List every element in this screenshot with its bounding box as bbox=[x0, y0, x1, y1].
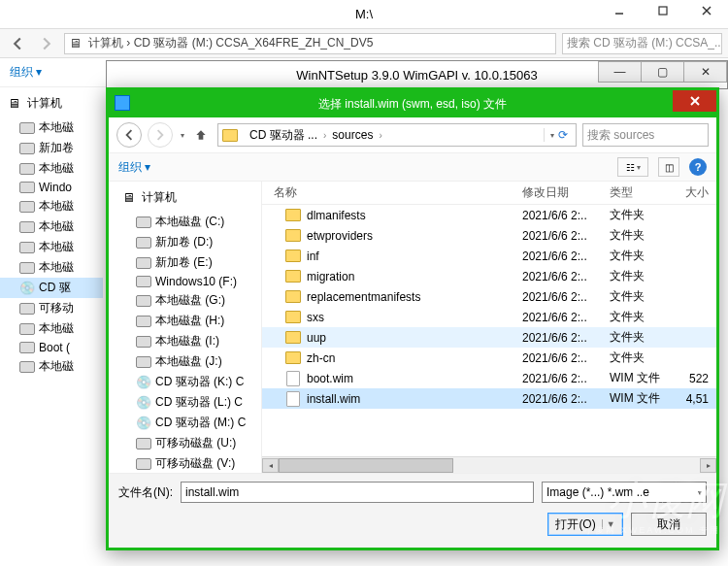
organize-menu[interactable]: 组织 ▾ bbox=[10, 64, 42, 81]
dialog-forward-button[interactable] bbox=[148, 122, 173, 148]
tree-item[interactable]: 本地磁盘 (J:) bbox=[109, 351, 261, 372]
tree-item[interactable]: 本地磁盘 (G:) bbox=[109, 290, 261, 311]
nt-minimize-button[interactable]: — bbox=[598, 61, 642, 83]
tree-item[interactable]: 本地磁 bbox=[0, 356, 103, 377]
history-dropdown-icon[interactable]: ▾ bbox=[181, 131, 184, 140]
minimize-button[interactable] bbox=[597, 0, 641, 21]
horizontal-scrollbar[interactable]: ◂ ▸ bbox=[262, 456, 716, 473]
dialog-title-bar[interactable]: 选择 install.wim (swm, esd, iso) 文件 bbox=[109, 90, 716, 117]
dialog-breadcrumb[interactable]: CD 驱动器 ... › sources › ▾ ⟳ bbox=[217, 123, 577, 147]
tree-item[interactable]: 可移动磁盘 (V:) bbox=[109, 453, 261, 473]
drive-icon bbox=[19, 361, 35, 373]
file-row[interactable]: boot.wim2021/6/6 2:..WIM 文件522 bbox=[262, 368, 716, 388]
forward-button[interactable] bbox=[35, 32, 58, 55]
tree-item[interactable]: 可移动磁盘 (U:) bbox=[109, 433, 261, 453]
dialog-back-button[interactable] bbox=[116, 122, 142, 148]
bg-nav-tree[interactable]: 计算机 本地磁新加卷本地磁Windo本地磁本地磁本地磁本地磁CD 驱可移动本地磁… bbox=[0, 87, 103, 566]
open-button[interactable]: 打开(O) ▼ bbox=[547, 513, 623, 536]
file-row[interactable]: zh-cn2021/6/6 2:..文件夹 bbox=[262, 348, 716, 368]
split-dropdown-icon[interactable]: ▼ bbox=[602, 519, 615, 529]
tree-item[interactable]: Windows10 (F:) bbox=[109, 273, 261, 290]
tree-item[interactable]: 本地磁盘 (H:) bbox=[109, 311, 261, 331]
path-dropdown-icon[interactable]: ▾ bbox=[550, 131, 554, 140]
tree-item-label: 本地磁 bbox=[39, 358, 74, 375]
tree-item[interactable]: CD 驱动器 (M:) C bbox=[109, 413, 261, 433]
col-name[interactable]: 名称 bbox=[262, 184, 522, 201]
help-icon[interactable]: ? bbox=[689, 158, 707, 176]
tree-item[interactable]: CD 驱 bbox=[0, 278, 103, 298]
tree-item[interactable]: 本地磁 bbox=[0, 257, 103, 278]
tree-item[interactable]: 新加卷 (D:) bbox=[109, 232, 261, 252]
col-type[interactable]: 类型 bbox=[610, 184, 678, 201]
dialog-nav-tree[interactable]: 计算机 本地磁盘 (C:)新加卷 (D:)新加卷 (E:)Windows10 (… bbox=[109, 182, 262, 473]
tree-item-label: CD 驱动器 (M:) C bbox=[155, 415, 246, 431]
winntsetup-title-bar[interactable]: WinNTSetup 3.9.0 WimGAPI v. 10.0.15063 —… bbox=[106, 60, 728, 89]
tree-computer-node[interactable]: 计算机 bbox=[0, 93, 103, 117]
column-headers[interactable]: 名称 修改日期 类型 大小 bbox=[262, 182, 716, 205]
organize-menu[interactable]: 组织 ▾ bbox=[118, 159, 150, 176]
cancel-button[interactable]: 取消 bbox=[631, 513, 707, 536]
dialog-search-placeholder: 搜索 sources bbox=[587, 127, 654, 144]
bg-search-input[interactable]: 搜索 CD 驱动器 (M:) CCSA_... bbox=[562, 33, 722, 54]
scroll-left-button[interactable]: ◂ bbox=[262, 458, 279, 473]
file-row[interactable]: etwproviders2021/6/6 2:..文件夹 bbox=[262, 225, 716, 246]
tree-item[interactable]: 本地磁 bbox=[0, 196, 103, 216]
scroll-thumb[interactable] bbox=[279, 458, 453, 473]
drive-icon bbox=[136, 336, 151, 348]
tree-item[interactable]: 可移动 bbox=[0, 298, 103, 318]
tree-item[interactable]: Boot ( bbox=[0, 339, 103, 356]
drive-icon bbox=[19, 221, 35, 233]
bg-breadcrumb[interactable]: 计算机 › CD 驱动器 (M:) CCSA_X64FRE_ZH_CN_DV5 bbox=[64, 33, 556, 54]
file-row[interactable]: inf2021/6/6 2:..文件夹 bbox=[262, 246, 716, 266]
tree-item[interactable]: CD 驱动器 (K:) C bbox=[109, 372, 261, 392]
tree-item[interactable]: 本地磁 bbox=[0, 117, 103, 138]
bg-title-bar[interactable]: M:\ bbox=[0, 0, 728, 29]
file-date: 2021/6/6 2:.. bbox=[522, 392, 610, 406]
tree-item[interactable]: 本地磁盘 (C:) bbox=[109, 212, 261, 232]
dialog-close-button[interactable] bbox=[673, 90, 716, 112]
crumb-cd[interactable]: CD 驱动器 ... bbox=[246, 127, 321, 144]
dialog-search-input[interactable]: 搜索 sources bbox=[582, 123, 709, 147]
tree-item[interactable]: Windo bbox=[0, 179, 103, 196]
nt-close-button[interactable]: ✕ bbox=[683, 61, 727, 83]
file-row[interactable]: uup2021/6/6 2:..文件夹 bbox=[262, 327, 716, 348]
tree-item[interactable]: 本地磁 bbox=[0, 158, 103, 179]
scroll-right-button[interactable]: ▸ bbox=[700, 458, 716, 473]
filename-input[interactable] bbox=[181, 482, 534, 503]
tree-item[interactable]: 新加卷 bbox=[0, 138, 103, 158]
close-button[interactable] bbox=[684, 0, 728, 21]
file-row[interactable]: sxs2021/6/6 2:..文件夹 bbox=[262, 307, 716, 327]
file-row[interactable]: dlmanifests2021/6/6 2:..文件夹 bbox=[262, 205, 716, 225]
tree-item[interactable]: 本地磁 bbox=[0, 237, 103, 257]
col-size[interactable]: 大小 bbox=[678, 184, 716, 201]
tree-item-label: Boot ( bbox=[39, 341, 70, 354]
nt-maximize-button[interactable]: ▢ bbox=[641, 61, 684, 83]
file-type: 文件夹 bbox=[610, 248, 678, 264]
scroll-track[interactable] bbox=[279, 458, 700, 473]
col-date[interactable]: 修改日期 bbox=[522, 184, 610, 201]
preview-pane-button[interactable]: ◫ bbox=[658, 157, 679, 177]
tree-item-label: 本地磁 bbox=[39, 119, 74, 136]
file-row[interactable]: install.wim2021/6/6 2:..WIM 文件4,51 bbox=[262, 388, 716, 409]
file-row[interactable]: replacementmanifests2021/6/6 2:..文件夹 bbox=[262, 286, 716, 307]
tree-item[interactable]: 本地磁 bbox=[0, 216, 103, 237]
tree-item[interactable]: 本地磁 bbox=[0, 318, 103, 339]
back-button[interactable] bbox=[6, 32, 29, 55]
file-date: 2021/6/6 2:.. bbox=[522, 372, 610, 385]
crumb-sources[interactable]: sources bbox=[328, 128, 377, 142]
file-type: WIM 文件 bbox=[610, 390, 678, 407]
tree-item[interactable]: 本地磁盘 (I:) bbox=[109, 331, 261, 351]
tree-item[interactable]: CD 驱动器 (L:) C bbox=[109, 392, 261, 413]
view-mode-button[interactable]: ☷▾ bbox=[617, 157, 648, 177]
up-button[interactable] bbox=[190, 124, 212, 146]
drive-icon bbox=[19, 342, 35, 353]
file-type: 文件夹 bbox=[610, 268, 678, 284]
tree-item[interactable]: 新加卷 (E:) bbox=[109, 252, 261, 273]
tree-computer-node[interactable]: 计算机 bbox=[109, 187, 261, 212]
maximize-button[interactable] bbox=[641, 0, 684, 21]
drive-icon bbox=[136, 276, 151, 287]
file-date: 2021/6/6 2:.. bbox=[522, 250, 610, 263]
file-row[interactable]: migration2021/6/6 2:..文件夹 bbox=[262, 266, 716, 286]
refresh-icon[interactable]: ⟳ bbox=[558, 128, 568, 142]
file-type-filter[interactable]: Image (*...) *.wm ..e ▾ bbox=[542, 482, 707, 503]
